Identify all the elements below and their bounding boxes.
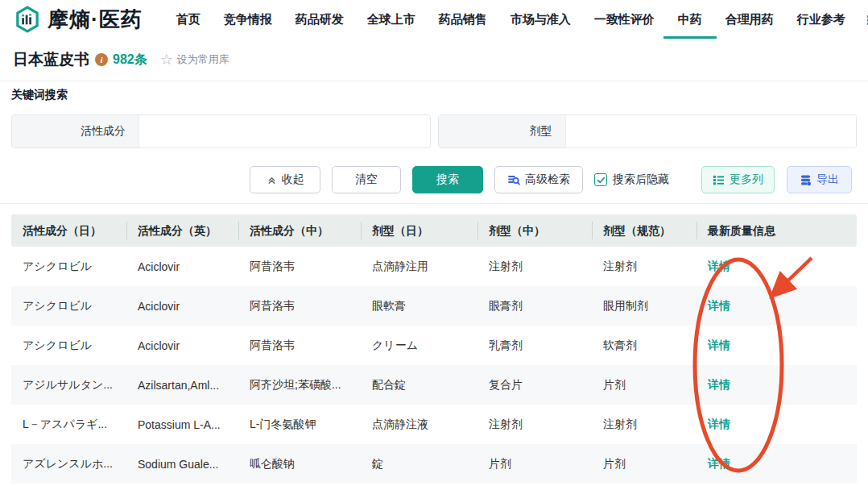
- table-cell: 注射剂: [592, 417, 696, 432]
- column-header: 剂型（日）: [361, 214, 477, 247]
- table-cell: 点滴静注用: [361, 260, 477, 274]
- checkbox-checked-icon[interactable]: [594, 173, 607, 186]
- table-cell: 点滴静注液: [361, 417, 477, 432]
- record-count: 982条: [113, 52, 147, 69]
- column-header: 最新质量信息: [696, 214, 857, 247]
- export-button[interactable]: 导出: [787, 166, 852, 193]
- keyword-search-label: 关键词搜索: [11, 88, 68, 102]
- table-body: アシクロビルAciclovir阿昔洛韦点滴静注用注射剂注射剂详情アシクロビルAc…: [11, 247, 857, 484]
- table-row: アシクロビルAciclovir阿昔洛韦点滴静注用注射剂注射剂详情: [11, 247, 857, 286]
- action-row: 收起 清空 搜索 高级检索 搜索后隐藏: [0, 166, 868, 193]
- table-cell: 片剂: [477, 457, 592, 471]
- dosage-form-field: 剂型: [438, 114, 858, 148]
- table-cell: アシクロビル: [11, 260, 126, 274]
- main-nav: 首页竞争情报药品研发全球上市药品销售市场与准入一致性评价中药合理用药行业参考: [176, 0, 845, 39]
- nav-item[interactable]: 合理用药: [725, 0, 774, 39]
- table-cell: 软膏剂: [592, 339, 696, 353]
- table-row: アジルサルタン...Azilsartan,Aml...阿齐沙坦;苯磺酸...配合…: [11, 365, 857, 405]
- results-table: 活性成分（日）活性成分（英）活性成分（中）剂型（日）剂型（中）剂型（规范）最新质…: [11, 214, 857, 484]
- table-cell: 眼軟膏: [361, 299, 477, 314]
- nav-item[interactable]: 竞争情报: [224, 0, 272, 39]
- table-cell: Azilsartan,Aml...: [126, 379, 238, 392]
- dosage-form-input[interactable]: [566, 115, 857, 147]
- table-cell: クリーム: [361, 339, 477, 353]
- table-cell: 注射剂: [477, 417, 592, 432]
- nav-item[interactable]: 首页: [176, 0, 200, 39]
- table-cell: 阿齐沙坦;苯磺酸...: [238, 378, 361, 393]
- nav-item[interactable]: 市场与准入: [510, 0, 571, 39]
- bullet-list-icon: [713, 174, 725, 186]
- page-title-bar: 日本蓝皮书 i 982条 ☆ 设为常用库: [0, 39, 868, 81]
- database-icon: [800, 174, 812, 186]
- clear-button[interactable]: 清空: [332, 166, 401, 193]
- brand-logo-icon: [13, 5, 42, 34]
- search-button[interactable]: 搜索: [412, 166, 483, 193]
- table-cell: Sodium Guale...: [126, 458, 238, 471]
- column-header: 剂型（规范）: [592, 214, 696, 247]
- dosage-form-label: 剂型: [439, 115, 566, 147]
- column-header: 活性成分（英）: [126, 214, 238, 247]
- nav-item[interactable]: 药品研发: [296, 0, 344, 39]
- table-cell: Aciclovir: [126, 339, 238, 352]
- advanced-search-button[interactable]: 高级检索: [494, 166, 583, 193]
- detail-link[interactable]: 详情: [708, 378, 730, 393]
- detail-link[interactable]: 详情: [708, 260, 730, 274]
- advanced-search-label: 高级检索: [525, 172, 570, 187]
- table-cell: 片剂: [592, 457, 696, 471]
- nav-item[interactable]: 中药: [678, 0, 702, 39]
- detail-link[interactable]: 详情: [708, 417, 730, 432]
- set-favorite-label[interactable]: 设为常用库: [177, 52, 229, 67]
- action-buttons: 收起 清空 搜索 高级检索 搜索后隐藏: [250, 166, 669, 193]
- search-fields: 活性成分 剂型: [11, 114, 857, 148]
- table-cell: 錠: [361, 457, 477, 471]
- table-cell: 详情: [696, 339, 857, 353]
- table-row: アシクロビルAciclovir阿昔洛韦眼軟膏眼膏剂眼用制剂详情: [11, 286, 857, 326]
- top-nav-bar: 摩熵·医药 首页竞争情报药品研发全球上市药品销售市场与准入一致性评价中药合理用药…: [0, 0, 868, 39]
- section-divider: [0, 203, 868, 204]
- table-cell: 配合錠: [361, 378, 477, 393]
- search-label: 搜索: [436, 172, 459, 187]
- brand-name: 摩熵·医药: [48, 6, 143, 34]
- more-columns-label: 更多列: [730, 172, 763, 187]
- hide-after-search-option[interactable]: 搜索后隐藏: [594, 172, 669, 187]
- table-cell: 注射剂: [477, 260, 592, 274]
- table-cell: 详情: [696, 260, 857, 274]
- nav-item[interactable]: 一致性评价: [594, 0, 655, 39]
- table-cell: Aciclovir: [126, 300, 238, 313]
- nav-item[interactable]: 行业参考: [797, 0, 845, 39]
- nav-item[interactable]: 全球上市: [367, 0, 415, 39]
- chevrons-up-icon: [267, 175, 277, 185]
- more-columns-button[interactable]: 更多列: [701, 166, 775, 193]
- column-header: 剂型（中）: [477, 214, 592, 247]
- table-cell: 详情: [696, 417, 857, 432]
- detail-link[interactable]: 详情: [708, 339, 730, 353]
- detail-link[interactable]: 详情: [708, 457, 730, 471]
- table-cell: Aciclovir: [126, 260, 238, 273]
- column-header: 活性成分（中）: [238, 214, 361, 247]
- table-cell: 眼用制剂: [592, 299, 696, 314]
- table-header-row: 活性成分（日）活性成分（英）活性成分（中）剂型（日）剂型（中）剂型（规范）最新质…: [11, 214, 857, 247]
- page-title: 日本蓝皮书: [13, 49, 89, 70]
- table-cell: 详情: [696, 378, 857, 393]
- table-cell: アシクロビル: [11, 339, 126, 353]
- brand-logo[interactable]: 摩熵·医药: [13, 5, 143, 34]
- active-ingredient-input[interactable]: [139, 115, 430, 147]
- star-icon[interactable]: ☆: [160, 52, 173, 67]
- table-row: アズレンスルホ...Sodium Guale...呱仑酸钠錠片剂片剂详情: [11, 444, 857, 484]
- nav-item[interactable]: 药品销售: [439, 0, 487, 39]
- info-icon[interactable]: i: [95, 53, 108, 66]
- table-cell: 眼膏剂: [477, 299, 592, 314]
- hide-after-search-label: 搜索后隐藏: [613, 172, 669, 187]
- detail-link[interactable]: 详情: [708, 299, 730, 314]
- active-ingredient-label: 活性成分: [12, 115, 139, 147]
- table-cell: L-门冬氨酸钾: [238, 417, 361, 432]
- table-row: L－アスパラギ...Potassium L-A...L-门冬氨酸钾点滴静注液注射…: [11, 405, 857, 444]
- table-cell: L－アスパラギ...: [11, 417, 126, 432]
- column-header: 活性成分（日）: [11, 214, 126, 247]
- export-label: 导出: [816, 172, 839, 187]
- table-cell: 详情: [696, 457, 857, 471]
- table-cell: 呱仑酸钠: [238, 457, 361, 471]
- table-cell: Potassium L-A...: [126, 418, 238, 431]
- collapse-label: 收起: [282, 172, 304, 187]
- collapse-button[interactable]: 收起: [250, 166, 320, 193]
